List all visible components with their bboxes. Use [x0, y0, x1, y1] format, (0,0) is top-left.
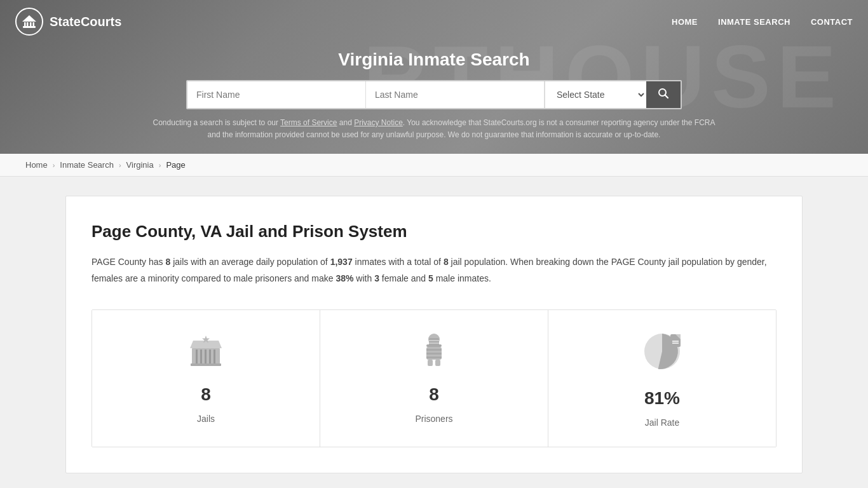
- svg-rect-1: [24, 22, 26, 27]
- svg-rect-19: [429, 338, 439, 346]
- prisoners-stat-value: 8: [429, 384, 439, 405]
- svg-rect-12: [209, 349, 211, 363]
- search-icon: [658, 88, 669, 99]
- stats-grid: 8 Jails: [92, 309, 776, 447]
- pie-chart-svg: [640, 329, 684, 374]
- prisoner-person-icon: [414, 329, 454, 370]
- jail-icon: [186, 329, 226, 376]
- avg-pop: 1,937: [330, 257, 353, 267]
- breadcrumb-sep-3: ›: [159, 161, 161, 169]
- svg-line-7: [665, 95, 668, 98]
- pie-chart-icon: [640, 329, 684, 379]
- nav-inmate-search[interactable]: INMATE SEARCH: [718, 17, 790, 27]
- svg-rect-2: [27, 22, 29, 27]
- search-button[interactable]: [646, 81, 681, 108]
- nav-home[interactable]: HOME: [672, 17, 698, 27]
- state-select[interactable]: Select StateAlabamaAlaskaArizonaArkansas…: [545, 81, 646, 108]
- main-content: Page County, VA Jail and Prison System P…: [65, 196, 803, 473]
- tos-link[interactable]: Terms of Service: [280, 118, 337, 127]
- svg-rect-21: [429, 342, 439, 344]
- stat-jail-rate: 81% Jail Rate: [548, 310, 776, 447]
- stat-jails: 8 Jails: [92, 310, 320, 447]
- hero-section: Virginia Inmate Search Select StateAlaba…: [0, 43, 868, 154]
- hero-title: Virginia Inmate Search: [13, 50, 855, 70]
- logo-svg: [21, 13, 37, 30]
- privacy-link[interactable]: Privacy Notice: [354, 118, 403, 127]
- female-pct: 38%: [336, 273, 353, 283]
- svg-rect-11: [205, 349, 207, 363]
- logo-icon: [15, 8, 43, 36]
- last-name-input[interactable]: [366, 81, 545, 108]
- description: PAGE County has 8 jails with an average …: [92, 254, 776, 286]
- svg-rect-26: [428, 360, 433, 366]
- search-bar: Select StateAlabamaAlaskaArizonaArkansas…: [186, 80, 682, 109]
- breadcrumb-sep-1: ›: [53, 161, 55, 169]
- logo-link[interactable]: StateCourts: [15, 8, 121, 36]
- total-pop: 8: [444, 257, 449, 267]
- svg-rect-25: [426, 356, 442, 358]
- svg-rect-16: [191, 363, 221, 366]
- breadcrumb-inmate-search[interactable]: Inmate Search: [60, 160, 114, 170]
- svg-rect-3: [30, 22, 32, 27]
- prisoner-icon: [414, 329, 454, 376]
- stat-prisoners: 8 Prisoners: [320, 310, 548, 447]
- svg-rect-20: [429, 340, 439, 341]
- disclaimer-and: and: [337, 118, 354, 127]
- jails-count: 8: [165, 257, 170, 267]
- nav-links: HOME INMATE SEARCH CONTACT: [672, 17, 853, 27]
- disclaimer-before: Conducting a search is subject to our: [153, 118, 281, 127]
- breadcrumb-current: Page: [166, 160, 185, 170]
- svg-rect-13: [214, 349, 215, 363]
- nav-contact[interactable]: CONTACT: [811, 17, 853, 27]
- svg-rect-10: [200, 349, 202, 363]
- jails-stat-value: 8: [201, 384, 211, 405]
- svg-rect-4: [33, 22, 35, 27]
- breadcrumb-virginia[interactable]: Virginia: [126, 160, 154, 170]
- logo-text: StateCourts: [50, 15, 121, 29]
- svg-marker-14: [190, 341, 222, 348]
- jail-rate-stat-label: Jail Rate: [645, 417, 679, 428]
- navbar: StateCourts HOME INMATE SEARCH CONTACT: [0, 0, 868, 43]
- jail-building-icon: [186, 329, 226, 370]
- first-name-input[interactable]: [187, 81, 366, 108]
- male-count: 5: [428, 273, 433, 283]
- svg-rect-24: [426, 353, 442, 355]
- breadcrumb-sep-2: ›: [119, 161, 121, 169]
- prisoners-stat-label: Prisoners: [415, 414, 452, 424]
- female-count: 3: [374, 273, 379, 283]
- svg-marker-5: [22, 15, 36, 22]
- page-heading: Page County, VA Jail and Prison System: [92, 222, 776, 241]
- breadcrumb: Home › Inmate Search › Virginia › Page: [0, 154, 868, 177]
- svg-rect-23: [426, 349, 442, 351]
- svg-rect-9: [196, 349, 198, 363]
- disclaimer-text: Conducting a search is subject to our Te…: [148, 117, 720, 141]
- site-header: RTHOUSE StateCourts HOME: [0, 0, 868, 154]
- jails-stat-label: Jails: [197, 414, 215, 424]
- breadcrumb-home[interactable]: Home: [25, 160, 48, 170]
- svg-rect-27: [435, 360, 440, 366]
- jail-rate-stat-value: 81%: [644, 388, 680, 409]
